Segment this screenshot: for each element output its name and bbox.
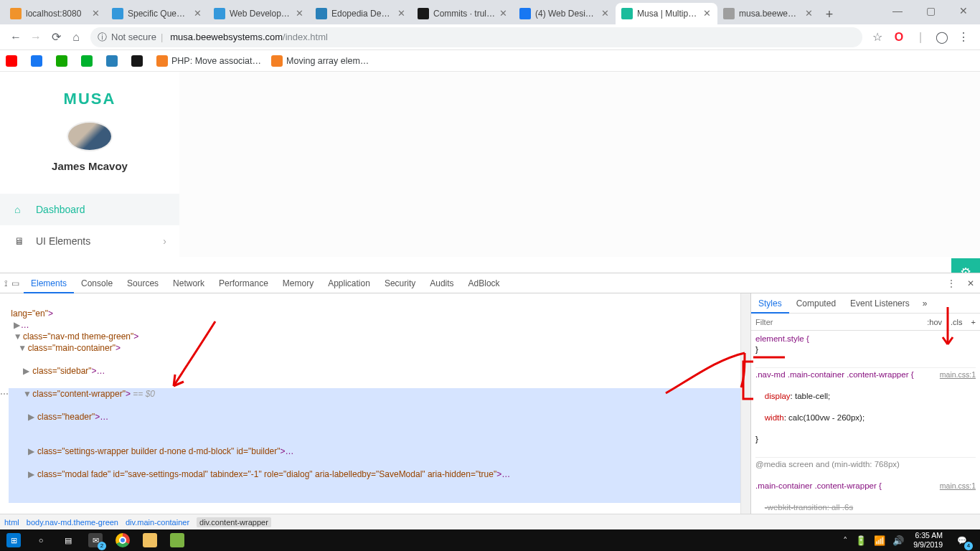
taskbar-app[interactable] xyxy=(109,529,136,551)
elements-breadcrumb[interactable]: htmlbody.nav-md.theme-greendiv.main-cont… xyxy=(0,514,980,529)
url-path: /index.html xyxy=(283,32,328,42)
devtools-more-icon[interactable]: ⋮ xyxy=(941,278,961,288)
tab-close-icon[interactable]: ✕ xyxy=(294,9,304,19)
tray-icon[interactable]: 🔊 xyxy=(889,535,908,546)
browser-tab[interactable]: Musa | Multipu…✕ xyxy=(616,3,717,24)
browser-tab[interactable]: Web Developm…✕ xyxy=(208,3,310,24)
browser-tab[interactable]: Commits · trul…✕ xyxy=(412,3,514,24)
bookmark-star-icon[interactable]: ☆ xyxy=(867,30,888,44)
devtools-tab[interactable]: Console xyxy=(74,273,120,293)
browser-tab[interactable]: localhost:8080✕ xyxy=(4,3,106,24)
profile-avatar-icon[interactable]: ◯ xyxy=(931,30,953,44)
devtools-close-icon[interactable]: ✕ xyxy=(961,278,980,288)
tab-favicon xyxy=(10,8,22,19)
styles-tab[interactable]: Computed xyxy=(789,293,843,314)
cls-toggle[interactable]: .cls xyxy=(946,318,967,326)
tab-label: Specific Quest… xyxy=(128,9,189,19)
window-maximize-button[interactable]: ▢ xyxy=(914,0,947,22)
styles-tab[interactable]: Event Listeners xyxy=(843,293,917,314)
home-button[interactable]: ⌂ xyxy=(66,31,86,44)
browser-tab[interactable]: Edopedia Deve…✕ xyxy=(310,3,412,24)
new-tab-button[interactable]: + xyxy=(819,4,839,24)
tab-close-icon[interactable]: ✕ xyxy=(804,9,814,19)
tab-favicon xyxy=(316,8,327,19)
tray-icon[interactable]: ˄ xyxy=(839,535,852,546)
bookmarks-bar: PHP: Move associat…Moving array elem… xyxy=(0,50,980,72)
elements-dom-tree[interactable]: lang="en"> ▶… ▼ class="nav-md theme-gree… xyxy=(0,293,740,514)
tab-close-icon[interactable]: ✕ xyxy=(498,9,508,19)
styles-tab[interactable]: Styles xyxy=(751,293,789,314)
browser-menu-icon[interactable]: ⋮ xyxy=(953,30,974,44)
site-info-icon[interactable]: ⓘ xyxy=(98,31,107,44)
styles-pane: StylesComputedEvent Listeners» :hov .cls… xyxy=(750,293,980,514)
taskbar-app[interactable] xyxy=(136,529,164,551)
styles-tabbar: StylesComputedEvent Listeners» xyxy=(751,293,980,314)
devtools-tab[interactable]: Memory xyxy=(275,273,321,293)
devtools-tab[interactable]: Sources xyxy=(120,273,166,293)
browser-tab[interactable]: musa.beewebs…✕ xyxy=(717,3,819,24)
tray-icon[interactable]: 🔋 xyxy=(852,535,870,546)
taskbar-app[interactable]: ▤ xyxy=(55,529,82,551)
bookmark-item[interactable] xyxy=(56,55,71,67)
back-button[interactable]: ← xyxy=(6,31,26,44)
user-avatar[interactable] xyxy=(67,121,113,151)
taskbar-clock[interactable]: 6:35 AM9/9/2019 xyxy=(908,531,948,550)
window-close-button[interactable]: ✕ xyxy=(947,0,980,22)
taskbar-app[interactable]: ✉2 xyxy=(82,529,109,551)
tray-icon[interactable]: 📶 xyxy=(870,535,889,546)
browser-tab[interactable]: (4) Web Desig…✕ xyxy=(514,3,616,24)
new-rule-button[interactable]: + xyxy=(967,318,980,326)
bookmark-item[interactable] xyxy=(6,55,21,67)
devtools-tab[interactable]: Application xyxy=(321,273,377,293)
dom-scrollbar[interactable] xyxy=(740,293,750,514)
browser-tab[interactable]: Specific Quest…✕ xyxy=(106,3,208,24)
styles-filter-input[interactable] xyxy=(751,318,923,326)
app-sidebar: MUSA James Mcavoy ⌂Dashboard🖥UI Elements… xyxy=(0,72,179,257)
taskbar-app[interactable] xyxy=(164,529,191,551)
devtools-tab[interactable]: Performance xyxy=(212,273,275,293)
bookmark-favicon xyxy=(31,55,42,67)
reload-button[interactable]: ⟳ xyxy=(46,30,66,44)
taskbar-app[interactable]: ○ xyxy=(27,529,55,551)
forward-button[interactable]: → xyxy=(26,31,46,44)
taskbar-app-icon: ○ xyxy=(34,533,48,547)
bookmark-item[interactable]: PHP: Move associat… xyxy=(156,55,261,67)
omnibox[interactable]: ⓘ Not secure | musa.beewebsystems.com/in… xyxy=(90,27,862,47)
tab-close-icon[interactable]: ✕ xyxy=(90,9,100,19)
styles-more-icon[interactable]: » xyxy=(917,298,933,309)
extension-icon[interactable]: O xyxy=(888,31,910,44)
css-rules[interactable]: element.style {} main.css:1.nav-md .main… xyxy=(751,331,980,514)
taskbar-app-icon xyxy=(143,533,157,547)
action-center-icon[interactable]: 💬4 xyxy=(948,529,976,551)
tab-close-icon[interactable]: ✕ xyxy=(600,9,610,19)
sidebar-item[interactable]: 🖥UI Elements› xyxy=(0,225,179,257)
tab-close-icon[interactable]: ✕ xyxy=(702,9,712,19)
window-minimize-button[interactable]: — xyxy=(881,0,914,22)
breadcrumb-item[interactable]: html xyxy=(4,518,19,527)
bookmark-favicon xyxy=(106,55,118,67)
toggle-device-icon[interactable]: ▭ xyxy=(11,278,19,288)
bookmark-item[interactable] xyxy=(31,55,46,67)
tab-favicon xyxy=(723,8,735,19)
bookmark-item[interactable]: Moving array elem… xyxy=(271,55,369,67)
inspect-element-icon[interactable]: ⟟ xyxy=(4,278,7,288)
devtools-tab[interactable]: Elements xyxy=(24,273,74,293)
bookmark-item[interactable] xyxy=(106,55,121,67)
taskbar-app[interactable]: ⊞ xyxy=(0,529,27,551)
breadcrumb-item[interactable]: div.content-wrapper xyxy=(197,517,271,527)
devtools-tab[interactable]: AdBlock xyxy=(461,273,507,293)
sidebar-item[interactable]: ⌂Dashboard xyxy=(0,194,179,225)
bookmark-item[interactable] xyxy=(131,55,146,67)
breadcrumb-item[interactable]: body.nav-md.theme-green xyxy=(27,518,118,527)
devtools-tab[interactable]: Security xyxy=(377,273,423,293)
bookmark-item[interactable] xyxy=(81,55,96,67)
tab-close-icon[interactable]: ✕ xyxy=(396,9,406,19)
devtools-tab[interactable]: Audits xyxy=(423,273,461,293)
hov-toggle[interactable]: :hov xyxy=(923,318,946,326)
chrome-icon xyxy=(116,533,130,547)
tab-close-icon[interactable]: ✕ xyxy=(192,9,202,19)
sidebar-item-label: Dashboard xyxy=(36,204,85,215)
breadcrumb-item[interactable]: div.main-container xyxy=(126,518,189,527)
devtools-tab[interactable]: Network xyxy=(166,273,212,293)
tab-label: Edopedia Deve… xyxy=(331,9,393,19)
